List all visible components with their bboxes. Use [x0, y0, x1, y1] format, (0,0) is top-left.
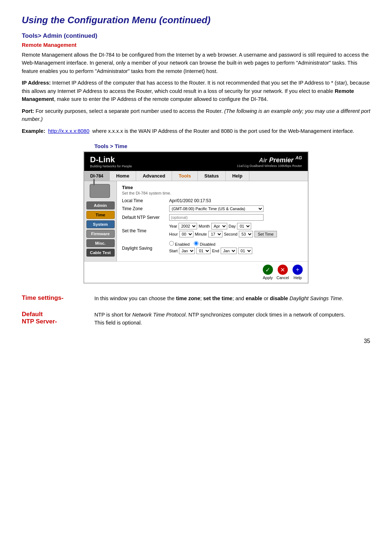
daylight-radio-row: Enabled Disabled — [169, 241, 303, 246]
ntp-label-text: DefaultNTP Server- — [22, 311, 57, 325]
cancel-label: Cancel — [277, 276, 289, 280]
tab-home[interactable]: Home — [110, 171, 136, 181]
ntp-server-desc-row: DefaultNTP Server- NTP is short for Netw… — [22, 311, 370, 327]
daylight-row: Daylight Saving Enabled Disabled — [122, 241, 303, 256]
tab-help[interactable]: Help — [226, 171, 249, 181]
daylight-start-end-row: Start Jan 01 End Jan — [169, 248, 303, 254]
year-label: Year — [169, 224, 177, 228]
daylight-enabled-text: Enabled — [175, 242, 189, 246]
tab-tools[interactable]: Tools — [172, 171, 198, 181]
daylight-end-month-select[interactable]: Jan — [221, 248, 237, 254]
month-label: Month — [199, 224, 210, 228]
router-header: D-Link Building Networks for People Air … — [84, 152, 308, 171]
ntp-server-input-group — [169, 214, 303, 221]
router-image — [90, 184, 111, 200]
tab-status[interactable]: Status — [198, 171, 226, 181]
ntp-server-label: Default NTP Server — [122, 215, 169, 220]
minute-label: Minute — [195, 232, 207, 236]
minute-select[interactable]: 17 — [208, 231, 222, 237]
router-panel: D-Link Building Networks for People Air … — [83, 151, 309, 283]
daylight-controls: Enabled Disabled Start Jan — [169, 241, 303, 256]
daylight-end-label: End — [212, 249, 219, 253]
router-body: Admin Time System Firmware Misc. Cable T… — [84, 181, 308, 261]
sidebar-btn-time[interactable]: Time — [86, 211, 115, 219]
para-2: IP Address: Internet IP Address of the c… — [22, 79, 370, 103]
tools-admin-title: Tools> Admin (continued) — [22, 32, 370, 40]
time-zone-value: (GMT-08:00) Pacific Time (US & Canada) — [169, 205, 303, 212]
ntp-server-desc-content: NTP is short for Network Time Protocol. … — [94, 311, 370, 327]
example-link[interactable]: http://x.x.x.x:8080 — [48, 128, 90, 134]
second-label: Second — [224, 232, 237, 236]
day-label: Day — [229, 224, 236, 228]
dlink-logo-group: D-Link Building Networks for People — [90, 155, 132, 168]
help-action: + Help — [293, 265, 303, 280]
year-select[interactable]: 2002 — [179, 223, 197, 229]
daylight-start-day-select[interactable]: 01 — [196, 248, 211, 254]
time-zone-row: Time Zone (GMT-08:00) Pacific Time (US &… — [122, 205, 303, 212]
time-zone-select[interactable]: (GMT-08:00) Pacific Time (US & Canada) — [169, 205, 264, 212]
air-premier-text: Air Premier AG — [237, 155, 302, 164]
time-settings-label: Time settings- — [22, 294, 94, 302]
tab-advanced[interactable]: Advanced — [136, 171, 172, 181]
local-time-value: Apr/01/2002 00:17:53 — [169, 198, 303, 203]
router-nav: DI-784 Home Advanced Tools Status Help — [84, 171, 308, 181]
time-settings-label-text: Time settings- — [22, 294, 64, 301]
sidebar-btn-cabletest[interactable]: Cable Test — [86, 249, 115, 257]
bottom-sections: Time settings- In this window you can ch… — [22, 294, 370, 327]
sidebar-btn-system[interactable]: System — [86, 220, 115, 228]
help-icon[interactable]: + — [293, 265, 303, 275]
sidebar-btn-admin[interactable]: Admin — [86, 201, 115, 209]
para-4-text: where x.x.x.x is the WAN IP Address of t… — [92, 128, 354, 134]
help-label: Help — [294, 276, 302, 280]
router-ui-block: Tools > Time D-Link Building Networks fo… — [22, 143, 370, 283]
product-sub: 11a/11g Dualband Wireless 108Mbps Router — [237, 164, 302, 168]
page-title: Using the Configuration Menu (continued) — [22, 15, 370, 26]
air-text: Air — [259, 157, 267, 163]
daylight-end-day-select[interactable]: 01 — [238, 248, 252, 254]
para-4: Example: http://x.x.x.x:8080 where x.x.x… — [22, 127, 370, 135]
time-settings-row: Time settings- In this window you can ch… — [22, 294, 370, 302]
set-time-button[interactable]: Set Time — [254, 231, 277, 237]
local-time-row: Local Time Apr/01/2002 00:17:53 — [122, 198, 303, 203]
second-select[interactable]: 53 — [239, 231, 253, 237]
router-content: Time Set the DI-784 system time. Local T… — [117, 181, 308, 261]
apply-label: Apply — [263, 276, 273, 280]
dlink-logo-text: D-Link — [90, 155, 115, 164]
daylight-disabled-label: Disabled — [194, 241, 215, 246]
nav-tabs: Home Advanced Tools Status Help — [110, 171, 308, 181]
para-3: Port: For security purposes, select a se… — [22, 107, 370, 123]
time-settings-content: In this window you can choose the time z… — [94, 294, 370, 302]
hour-select[interactable]: 00 — [179, 231, 193, 237]
cancel-action: ✕ Cancel — [277, 265, 289, 280]
sidebar-btn-firmware[interactable]: Firmware — [86, 230, 115, 238]
bottom-actions: ✓ Apply ✕ Cancel + Help — [84, 261, 308, 283]
daylight-disabled-radio[interactable] — [194, 241, 199, 246]
daylight-start-month-select[interactable]: Jan — [179, 248, 195, 254]
day-select[interactable]: 01 — [237, 223, 251, 229]
router-sidebar: Admin Time System Firmware Misc. Cable T… — [84, 181, 117, 261]
set-time-controls: Year 2002 Month Apr Day 01 — [169, 223, 303, 239]
apply-action: ✓ Apply — [263, 265, 273, 280]
router-img-shape — [90, 184, 110, 198]
para-1: Remote Management allows the DI-784 to b… — [22, 51, 370, 75]
cancel-icon[interactable]: ✕ — [278, 265, 288, 275]
ag-text: AG — [295, 155, 302, 160]
premier-text: Premier — [269, 156, 293, 164]
set-time-label: Set the Time — [122, 228, 169, 233]
month-select[interactable]: Apr — [211, 223, 227, 229]
sidebar-btn-misc[interactable]: Misc. — [86, 239, 115, 247]
set-time-row: Set the Time Year 2002 Month Apr Day — [122, 223, 303, 239]
time-set-hour-row: Hour 00 Minute 17 Second 53 — [169, 231, 303, 237]
daylight-options: Enabled Disabled Start Jan — [169, 241, 303, 256]
page-number: 35 — [22, 338, 370, 344]
para-2-text: Internet IP Address of the computer that… — [22, 80, 370, 102]
remote-management-title: Remote Management — [22, 42, 370, 48]
ntp-server-input[interactable] — [169, 214, 264, 221]
daylight-enabled-radio[interactable] — [169, 241, 174, 246]
daylight-label: Daylight Saving — [122, 246, 169, 251]
tools-time-label: Tools > Time — [94, 143, 127, 149]
daylight-disabled-text: Disabled — [200, 242, 216, 246]
air-premier-group: Air Premier AG 11a/11g Dualband Wireless… — [237, 155, 302, 168]
apply-icon[interactable]: ✓ — [263, 265, 273, 275]
time-zone-label: Time Zone — [122, 206, 169, 211]
